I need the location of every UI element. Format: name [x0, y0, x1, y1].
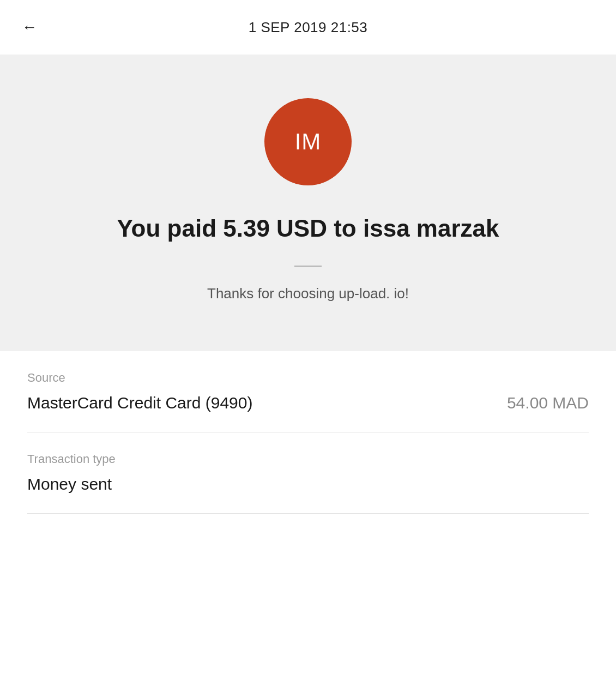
header-date: 1 SEP 2019 21:53: [249, 19, 368, 36]
transaction-type-row: Money sent: [27, 475, 589, 494]
transaction-type-value: Money sent: [27, 475, 112, 494]
hero-section: IM You paid 5.39 USD to issa marzak Than…: [0, 55, 616, 351]
source-detail-item: Source MasterCard Credit Card (9490) 54.…: [27, 351, 589, 432]
header: ← 1 SEP 2019 21:53: [0, 0, 616, 55]
payment-title: You paid 5.39 USD to issa marzak: [117, 213, 499, 244]
source-label: Source: [27, 371, 589, 385]
divider: [294, 266, 322, 267]
avatar-initials: IM: [295, 129, 322, 155]
transaction-type-item: Transaction type Money sent: [27, 432, 589, 514]
transaction-type-label: Transaction type: [27, 452, 589, 466]
thank-you-text: Thanks for choosing up-load. io!: [207, 285, 409, 302]
details-section: Source MasterCard Credit Card (9490) 54.…: [0, 351, 616, 514]
back-button[interactable]: ←: [22, 20, 37, 35]
source-value: MasterCard Credit Card (9490): [27, 394, 252, 412]
source-amount: 54.00 MAD: [507, 394, 589, 412]
avatar: IM: [264, 98, 352, 185]
source-row: MasterCard Credit Card (9490) 54.00 MAD: [27, 394, 589, 412]
